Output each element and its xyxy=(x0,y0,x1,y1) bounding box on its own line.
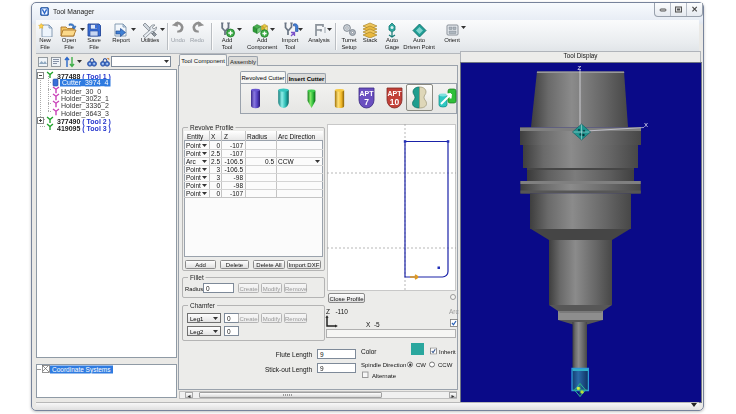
svg-text:10: 10 xyxy=(390,97,400,107)
svg-text:7: 7 xyxy=(364,97,369,107)
svg-text:APT: APT xyxy=(360,90,375,97)
svg-text:X: X xyxy=(644,122,648,128)
svg-text:Z: Z xyxy=(578,65,582,71)
svg-text:APT: APT xyxy=(388,90,403,97)
